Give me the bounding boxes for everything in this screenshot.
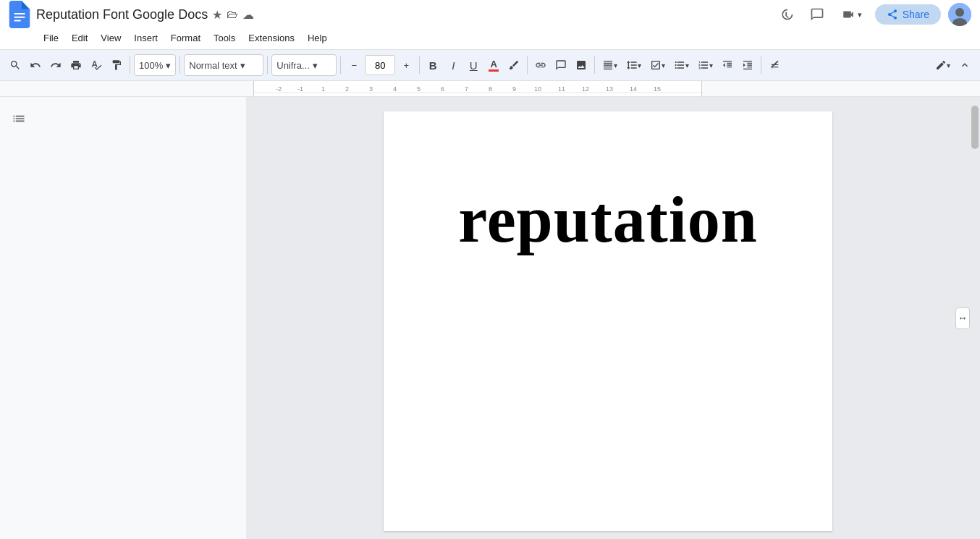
- divider-1: [130, 56, 130, 74]
- svg-text:13: 13: [606, 85, 613, 93]
- undo-button[interactable]: [26, 54, 45, 76]
- menu-help[interactable]: Help: [302, 30, 333, 46]
- divider-6: [527, 56, 528, 74]
- pen-tool-button[interactable]: ▾: [932, 54, 954, 76]
- title-section: Reputation Font Google Docs ★ 🗁 ☁: [36, 7, 769, 22]
- menu-file[interactable]: File: [38, 30, 64, 46]
- folder-icon[interactable]: 🗁: [227, 8, 238, 21]
- svg-text:9: 9: [512, 85, 516, 93]
- line-spacing-button[interactable]: ▾: [622, 54, 645, 76]
- collapse-sidebar-button[interactable]: [955, 307, 970, 329]
- text-color-button[interactable]: A: [484, 54, 503, 76]
- zoom-dropdown[interactable]: 100% ▾: [134, 54, 176, 76]
- comment-button[interactable]: [806, 3, 829, 26]
- svg-text:10: 10: [534, 85, 541, 93]
- svg-text:2: 2: [345, 85, 349, 93]
- svg-rect-1: [14, 17, 25, 18]
- doc-title[interactable]: Reputation Font Google Docs: [36, 7, 208, 22]
- menu-view[interactable]: View: [95, 30, 127, 46]
- redo-button[interactable]: [46, 54, 65, 76]
- doc-page: reputation: [384, 111, 832, 531]
- svg-text:3: 3: [369, 85, 373, 93]
- divider-5: [419, 56, 420, 74]
- text-style-dropdown[interactable]: Normal text ▾: [184, 54, 263, 76]
- italic-button[interactable]: I: [444, 54, 462, 76]
- title-bar: Reputation Font Google Docs ★ 🗁 ☁ ▾ Shar…: [0, 0, 980, 29]
- divider-8: [761, 56, 761, 74]
- svg-text:6: 6: [441, 85, 444, 93]
- menu-extensions[interactable]: Extensions: [242, 30, 300, 46]
- svg-rect-0: [14, 13, 25, 14]
- collapse-toolbar-button[interactable]: [955, 54, 974, 76]
- cloud-icon[interactable]: ☁: [242, 8, 254, 22]
- decrease-indent-button[interactable]: [718, 54, 737, 76]
- decrease-font-button[interactable]: −: [345, 54, 363, 76]
- svg-text:12: 12: [582, 85, 589, 93]
- highlight-button[interactable]: [504, 54, 523, 76]
- divider-4: [340, 56, 341, 74]
- menu-insert[interactable]: Insert: [128, 30, 164, 46]
- font-size-input[interactable]: [365, 55, 395, 75]
- video-call-button[interactable]: ▾: [836, 3, 868, 26]
- bold-button[interactable]: B: [423, 54, 442, 76]
- svg-text:reputation: reputation: [458, 184, 757, 255]
- numbered-list-button[interactable]: ▾: [694, 54, 717, 76]
- search-toolbar-button[interactable]: [6, 54, 25, 76]
- svg-text:1: 1: [321, 85, 325, 93]
- share-button[interactable]: Share: [875, 4, 941, 25]
- paint-format-button[interactable]: [107, 54, 126, 76]
- align-button[interactable]: ▾: [599, 54, 621, 76]
- svg-text:-1: -1: [297, 85, 303, 93]
- underline-button[interactable]: U: [464, 54, 483, 76]
- svg-rect-2: [14, 20, 21, 22]
- font-family-dropdown[interactable]: Unifra... ▾: [271, 54, 337, 76]
- svg-text:7: 7: [465, 85, 468, 93]
- divider-7: [594, 56, 595, 74]
- doc-title-row: Reputation Font Google Docs ★ 🗁 ☁: [36, 7, 769, 22]
- menu-edit[interactable]: Edit: [66, 30, 93, 46]
- insert-link-button[interactable]: [531, 54, 550, 76]
- insert-comment-button[interactable]: [552, 54, 570, 76]
- ruler: -2 -1 1 2 3 4 5 6 7 8 9 10 11 12 13 14 1…: [0, 81, 980, 97]
- doc-canvas-area[interactable]: reputation: [246, 97, 970, 539]
- svg-text:5: 5: [417, 85, 421, 93]
- divider-2: [179, 56, 180, 74]
- menu-bar: File Edit View Insert Format Tools Exten…: [0, 29, 980, 49]
- print-button[interactable]: [67, 54, 85, 76]
- increase-font-button[interactable]: +: [397, 54, 415, 76]
- checklist-button[interactable]: ▾: [646, 54, 669, 76]
- insert-image-button[interactable]: [572, 54, 591, 76]
- docs-logo-icon[interactable]: [9, 1, 30, 28]
- star-icon[interactable]: ★: [212, 8, 222, 22]
- spellcheck-button[interactable]: [87, 54, 106, 76]
- outline-icon[interactable]: [12, 111, 235, 130]
- svg-text:4: 4: [393, 85, 397, 93]
- menu-format[interactable]: Format: [165, 30, 206, 46]
- divider-3: [267, 56, 268, 74]
- svg-text:14: 14: [630, 85, 637, 93]
- increase-indent-button[interactable]: [738, 54, 757, 76]
- clear-formatting-button[interactable]: [765, 54, 784, 76]
- svg-text:15: 15: [654, 85, 661, 93]
- user-avatar[interactable]: [948, 3, 971, 26]
- svg-text:8: 8: [489, 85, 492, 93]
- history-button[interactable]: [775, 3, 798, 26]
- vertical-scrollbar[interactable]: [970, 97, 980, 539]
- toolbar: 100% ▾ Normal text ▾ Unifra... ▾ − + B I…: [0, 49, 980, 81]
- svg-point-4: [955, 8, 964, 17]
- outline-panel: [0, 97, 246, 539]
- document-content[interactable]: reputation: [427, 169, 789, 271]
- svg-text:-2: -2: [276, 85, 282, 93]
- main-area: reputation: [0, 97, 980, 539]
- bullet-list-button[interactable]: ▾: [670, 54, 693, 76]
- ruler-inner: -2 -1 1 2 3 4 5 6 7 8 9 10 11 12 13 14 1…: [253, 81, 702, 96]
- svg-text:11: 11: [558, 85, 565, 93]
- top-right-controls: ▾ Share: [775, 3, 971, 26]
- menu-tools[interactable]: Tools: [208, 30, 241, 46]
